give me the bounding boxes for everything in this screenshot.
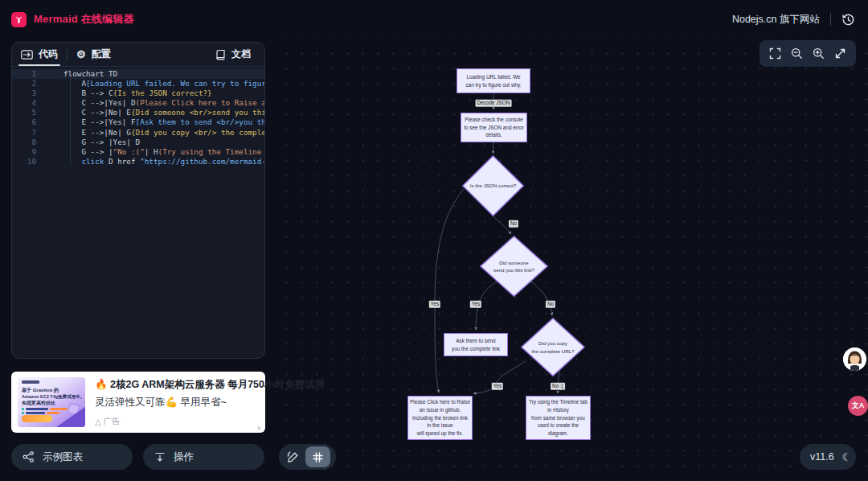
tab-code[interactable]: 代码 [12,43,67,66]
pan-edit-icon[interactable] [287,451,299,463]
grid-icon [313,452,323,462]
actions-button[interactable]: 操作 [143,444,264,470]
tab-config[interactable]: ⚙ 配置 [68,43,120,66]
samples-label: 示例图表 [43,450,83,464]
edge-label-no: No [546,301,555,308]
ad-close-icon[interactable]: × [256,424,261,433]
ad-thumb-line: 实现更高性价比 [22,400,55,407]
zoom-out-icon[interactable] [791,47,803,60]
node-loading-url-failed: Loading URL failed. We can try to figure… [457,68,530,93]
ad-label: △ 广告 [95,416,257,427]
code-line[interactable]: 7 E -->|No| G{Did you copy <br/> the com… [12,128,264,138]
code-line[interactable]: 8 G --> |Yes| D [12,138,264,147]
code-line[interactable]: 10 click D href "https://github.com/merm… [12,157,264,166]
header: Mermaid 在线编辑器 Nodejs.cn 旗下网站 [0,0,868,39]
edge-label-no-sad: No :( [551,383,565,390]
node-check-console: Please check the console to see the JSON… [461,113,527,142]
code-line[interactable]: 6 E -->|Yes| F[Ask them to send <br/>you… [12,117,264,127]
version-pill[interactable]: v11.6 ☾ [800,444,856,470]
fullscreen-icon[interactable] [769,47,781,60]
tab-docs-label: 文档 [231,47,251,61]
ad-network-icon: △ [95,417,101,426]
node-did-you-copy-url: Did you copy the complete URL? [521,318,585,376]
dark-mode-moon-icon[interactable]: ☾ [842,451,852,463]
ad-thumb-logo [22,380,39,384]
page-title: Mermaid 在线编辑器 [34,12,134,27]
ad-thumbnail: 基于 Graviton 的 Amazon EC2 T4g免费试用中。 实现更高性… [18,377,85,427]
editor-panel: 代码 ⚙ 配置 文档 1flowchart TD2 A[Loading URL … [11,42,265,359]
node-is-json-correct: Is the JSON correct? [462,155,524,216]
node-timeline-tab: Try using the Timeline tab in History fr… [526,396,591,440]
mermaid-logo-icon[interactable] [11,12,27,27]
flowchart-icon [23,451,35,462]
edge-label-yes: Yes [429,301,440,308]
code-editor[interactable]: 1flowchart TD2 A[Loading URL failed. We … [12,67,264,166]
support-avatar[interactable] [843,347,866,371]
fit-view-icon[interactable] [834,47,846,60]
actions-label: 操作 [174,450,194,464]
code-line[interactable]: 3 B --> C{Is the JSON correct?} [12,88,264,98]
header-divider [830,13,831,26]
code-line[interactable]: 5 C -->|No| E{Did someone <br/>send you … [12,108,264,117]
edge-label-yes: Yes [492,383,503,390]
site-note: Nodejs.cn 旗下网站 [732,13,820,27]
tab-code-label: 代码 [39,47,58,61]
node-raise-issue-link[interactable]: Please Click here to Raise an issue in g… [407,396,473,440]
ad-thumb-button [22,415,52,422]
code-line[interactable]: 1flowchart TD [12,69,264,79]
code-lines: 1flowchart TD2 A[Loading URL failed. We … [12,69,264,166]
zoom-controls [760,40,856,67]
code-line[interactable]: 9 G --> |"No :("| H(Try using the Timeli… [12,147,264,157]
ad-title[interactable]: 🔥 2核2G ARM架构云服务器 每月750小时免费试用 [95,378,257,392]
code-line[interactable]: 4 C -->|Yes| D(Please Click here to Rais… [12,98,264,108]
node-ask-them-to-send: Ask them to send you the complete link [444,333,508,356]
grid-toggle-active[interactable] [305,446,330,467]
actions-icon [154,451,166,462]
tab-docs[interactable]: 文档 [207,43,260,66]
view-tools-group [279,444,336,470]
tab-config-label: 配置 [92,47,111,61]
code-icon [21,50,33,60]
edge-label-yes: Yes [470,301,481,308]
version-label: v11.6 [810,451,834,462]
history-icon[interactable] [841,13,855,27]
edge-label-decode-json: Decode JSON [476,100,512,107]
editor-tabbar: 代码 ⚙ 配置 文档 [12,43,264,67]
code-line[interactable]: 2 A[Loading URL failed. We can try to fi… [12,79,264,88]
translate-icon: 文A [852,401,865,411]
ad-subtitle[interactable]: 灵活弹性又可靠💪 早用早省~ [95,396,257,409]
edge-label-no: No [509,220,518,228]
indent-guide [70,79,71,166]
ad-banner[interactable]: 基于 Graviton 的 Amazon EC2 T4g免费试用中。 实现更高性… [11,372,265,433]
translate-widget[interactable]: 文A [848,396,868,416]
zoom-in-icon[interactable] [813,47,825,60]
gear-icon: ⚙ [76,49,86,60]
samples-button[interactable]: 示例图表 [11,444,133,470]
node-did-someone-send-link: Did someone send you this link? [480,236,548,297]
book-icon [215,49,226,60]
